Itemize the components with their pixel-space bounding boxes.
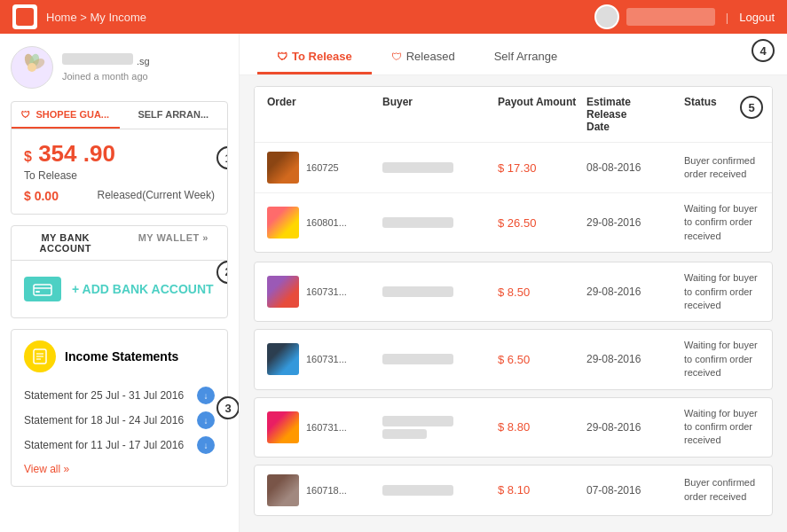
buyer-blurred-6 (382, 485, 453, 496)
view-all-link[interactable]: View all » (24, 463, 69, 475)
order-thumb-1 (267, 152, 299, 184)
statements-title: Income Statements (65, 349, 178, 364)
tab-my-wallet[interactable]: MY WALLET » (120, 226, 228, 260)
bank-card: 2 MY BANK ACCOUNT MY WALLET » + ADD BANK… (11, 225, 228, 318)
statements-card: 3 Income Statements Statement for 25 Jul… (11, 329, 228, 487)
right-content: 🛡 To Release 🛡 Released Self Arrange 4 5 (240, 34, 787, 532)
buyer-blurred-3 (382, 286, 453, 297)
buyer-cell-5 (382, 416, 498, 439)
buyer-cell-2 (382, 217, 498, 228)
circle-4: 4 (752, 39, 775, 62)
payout-4: $ 6.50 (498, 353, 586, 366)
shield-icon: 🛡 (21, 110, 30, 120)
order-id-4: 160731... (306, 354, 347, 364)
order-thumb-6 (267, 474, 299, 506)
store-suffix: .sg (137, 56, 150, 66)
status-3: Waiting for buyer to confirm order recei… (684, 271, 759, 312)
profile-section: .sg Joined a month ago (11, 46, 228, 89)
breadcrumb-current: My Income (91, 11, 147, 24)
download-btn-2[interactable]: ↓ (197, 411, 215, 429)
order-id-1: 160725 (306, 162, 339, 173)
table-row: 160731... $ 8.80 29-08-2016 Waiting for … (254, 397, 773, 458)
status-1: Buyer confirmed order received (684, 154, 759, 182)
bank-body: + ADD BANK ACCOUNT (12, 261, 227, 317)
order-id-2: 160801... (306, 217, 347, 228)
income-released-row: $ 0.00 Released(Current Week) (24, 189, 215, 203)
order-thumb-5 (267, 411, 299, 443)
tab-self-arrange[interactable]: Self Arrange (475, 43, 578, 74)
order-cell-4: 160731... (267, 343, 382, 375)
income-tabs: 🛡 SHOPEE GUA... SELF ARRAN... (12, 102, 227, 129)
release-date-4: 29-08-2016 (586, 353, 684, 365)
released-label: Released(Current Week) (98, 189, 216, 203)
order-cell-1: 160725 (267, 152, 382, 184)
statements-icon (24, 340, 56, 372)
tab-released[interactable]: 🛡 Released (372, 43, 475, 74)
table-row: 160731... $ 6.50 29-08-2016 Waiting for … (254, 329, 773, 389)
amount-decimal: .90 (83, 140, 115, 167)
release-date-3: 29-08-2016 (586, 286, 684, 298)
header-buyer: Buyer (382, 96, 498, 133)
header-payout: Payout Amount (498, 96, 586, 133)
shopee-logo (12, 4, 37, 29)
svg-rect-6 (35, 291, 40, 293)
header-divider: | (726, 11, 728, 24)
statement-item-2: Statement for 18 Jul - 24 Jul 2016 ↓ (24, 408, 215, 433)
to-release-label: To Release (24, 169, 77, 182)
joined-text: Joined a month ago (62, 71, 150, 82)
payout-1: $ 17.30 (498, 161, 586, 175)
circle-3: 3 (216, 396, 240, 419)
buyer-blurred-1 (382, 162, 453, 173)
income-to-release-row: To Release (24, 169, 215, 182)
circle-5: 5 (740, 96, 763, 119)
download-btn-1[interactable]: ↓ (197, 387, 215, 404)
table-row: 160725 $ 17.30 08-08-2016 Buyer confirme… (255, 143, 772, 193)
buyer-cell-3 (382, 286, 498, 297)
bank-icon (24, 277, 61, 301)
payout-6: $ 8.10 (498, 483, 586, 497)
logout-button[interactable]: Logout (739, 11, 775, 24)
profile-avatar (11, 46, 53, 89)
release-date-6: 07-08-2016 (586, 484, 684, 497)
table-row: 160801... $ 26.50 29-08-2016 Waiting for… (255, 193, 772, 252)
order-thumb-4 (267, 343, 299, 375)
tab-bank-account[interactable]: MY BANK ACCOUNT (12, 226, 120, 260)
breadcrumb-separator: > (80, 11, 90, 24)
statement-item-1: Statement for 25 Jul - 31 Jul 2016 ↓ (24, 383, 215, 408)
buyer-cell-6 (382, 485, 498, 496)
release-date-5: 29-08-2016 (586, 421, 684, 434)
shield-icon-released: 🛡 (391, 51, 402, 63)
statements-header: Income Statements (24, 340, 215, 372)
income-body: $ 354 .90 To Release $ 0.00 Released(Cur… (12, 129, 227, 214)
buyer-blurred-4 (382, 354, 453, 364)
order-thumb-3 (267, 276, 299, 308)
buyer-cell-4 (382, 354, 498, 364)
order-cell-6: 160718... (267, 474, 382, 506)
breadcrumb-home[interactable]: Home (46, 11, 77, 24)
order-cell-3: 160731... (267, 276, 382, 308)
release-date-1: 08-08-2016 (586, 161, 684, 174)
header-username (626, 8, 715, 26)
tab-self-arrange[interactable]: SELF ARRAN... (120, 102, 228, 129)
header-order: Order (267, 96, 382, 133)
svg-point-3 (28, 63, 36, 72)
order-thumb-2 (267, 207, 299, 239)
header: Home > My Income | Logout (0, 0, 787, 34)
tabs-bar: 🛡 To Release 🛡 Released Self Arrange 4 (240, 34, 787, 75)
shield-icon-release: 🛡 (277, 51, 287, 63)
download-btn-3[interactable]: ↓ (197, 436, 215, 454)
tab-to-release[interactable]: 🛡 To Release (257, 43, 372, 74)
amount-integer: 354 (38, 140, 76, 167)
income-card: 1 🛡 SHOPEE GUA... SELF ARRAN... $ 354 .9… (11, 101, 228, 215)
breadcrumb: Home > My Income (46, 11, 146, 24)
add-bank-button[interactable]: + ADD BANK ACCOUNT (72, 282, 214, 296)
payout-2: $ 26.50 (498, 216, 586, 230)
status-6: Buyer confirmed order received (684, 476, 759, 504)
tab-shopee-guarantee[interactable]: 🛡 SHOPEE GUA... (12, 102, 120, 129)
status-2: Waiting for buyer to confirm order recei… (684, 202, 759, 243)
table-row: 160718... $ 8.10 07-08-2016 Buyer confir… (254, 465, 773, 516)
table-header-row: Order Buyer Payout Amount EstimateReleas… (255, 87, 772, 143)
income-amount-zero: $ 0.00 (24, 189, 59, 203)
order-id-6: 160718... (306, 485, 347, 496)
order-id-3: 160731... (306, 286, 347, 297)
